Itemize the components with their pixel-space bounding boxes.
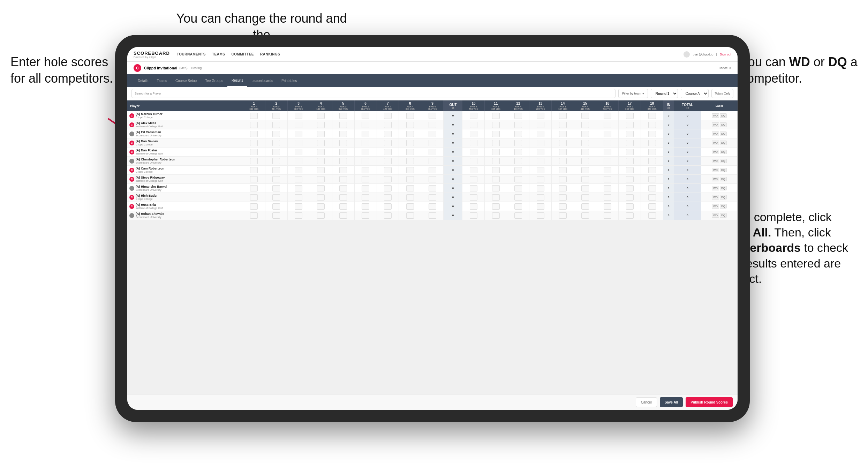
hole-4-input[interactable]: [317, 203, 325, 210]
hole-4-input-cell[interactable]: [310, 129, 332, 138]
hole-18-input-cell[interactable]: [641, 129, 663, 138]
hole-10-input-cell[interactable]: [462, 175, 485, 184]
hole-12-input[interactable]: [514, 158, 522, 164]
hole-8-input-cell[interactable]: [399, 129, 421, 138]
hole-2-input[interactable]: [272, 122, 280, 128]
wd-btn[interactable]: WD: [712, 150, 719, 154]
hole-13-input[interactable]: [537, 185, 544, 191]
hole-10-input-cell[interactable]: [462, 120, 485, 129]
hole-13-input-cell[interactable]: [529, 202, 552, 211]
hole-15-input-cell[interactable]: [574, 193, 596, 202]
hole-16-input-cell[interactable]: [596, 193, 619, 202]
hole-10-input-cell[interactable]: [462, 157, 485, 166]
hole-15-input-cell[interactable]: [574, 129, 596, 138]
hole-15-input[interactable]: [581, 158, 589, 164]
hole-10-input[interactable]: [470, 113, 477, 119]
dq-btn[interactable]: DQ: [720, 186, 727, 190]
hole-14-input[interactable]: [559, 203, 567, 210]
hole-11-input-cell[interactable]: [485, 166, 507, 175]
hole-14-input[interactable]: [559, 113, 567, 119]
hole-5-input-cell[interactable]: [332, 120, 354, 129]
hole-11-input-cell[interactable]: [485, 148, 507, 157]
hole-1-input-cell[interactable]: [243, 202, 265, 211]
hole-8-input-cell[interactable]: [399, 138, 421, 148]
hole-8-input-cell[interactable]: [399, 193, 421, 202]
hole-6-input[interactable]: [362, 176, 369, 182]
hole-3-input-cell[interactable]: [287, 111, 310, 120]
hole-9-input-cell[interactable]: [421, 148, 444, 157]
hole-17-input-cell[interactable]: [619, 202, 641, 211]
hole-14-input[interactable]: [559, 194, 567, 201]
tab-leaderboards[interactable]: Leaderboards: [247, 74, 277, 87]
hole-18-input-cell[interactable]: [641, 193, 663, 202]
hole-12-input-cell[interactable]: [507, 193, 529, 202]
hole-13-input[interactable]: [537, 113, 544, 119]
hole-11-input[interactable]: [492, 113, 500, 119]
hole-4-input-cell[interactable]: [310, 148, 332, 157]
hole-1-input-cell[interactable]: [243, 184, 265, 193]
hole-3-input-cell[interactable]: [287, 166, 310, 175]
hole-12-input[interactable]: [514, 131, 522, 137]
hole-2-input-cell[interactable]: [265, 193, 287, 202]
hole-15-input[interactable]: [581, 212, 589, 219]
hole-8-input-cell[interactable]: [399, 184, 421, 193]
hole-18-input[interactable]: [648, 149, 656, 155]
hole-10-input[interactable]: [470, 149, 477, 155]
hole-7-input-cell[interactable]: [377, 202, 399, 211]
hole-17-input[interactable]: [626, 185, 634, 191]
cancel-btn[interactable]: Cancel: [636, 397, 657, 407]
hole-9-input[interactable]: [429, 122, 436, 128]
hole-12-input[interactable]: [514, 122, 522, 128]
hole-15-input[interactable]: [581, 194, 589, 201]
hole-15-input[interactable]: [581, 176, 589, 182]
hole-15-input[interactable]: [581, 113, 589, 119]
hole-1-input-cell[interactable]: [243, 120, 265, 129]
hole-16-input[interactable]: [604, 167, 611, 173]
hole-8-input[interactable]: [406, 113, 414, 119]
hole-3-input-cell[interactable]: [287, 129, 310, 138]
hole-1-input[interactable]: [250, 131, 258, 137]
hole-6-input-cell[interactable]: [354, 211, 377, 220]
hole-16-input-cell[interactable]: [596, 138, 619, 148]
hole-1-input-cell[interactable]: [243, 193, 265, 202]
filter-team-btn[interactable]: Filter by team ▾: [618, 89, 648, 98]
hole-11-input-cell[interactable]: [485, 120, 507, 129]
hole-8-input-cell[interactable]: [399, 120, 421, 129]
hole-16-input-cell[interactable]: [596, 211, 619, 220]
hole-7-input-cell[interactable]: [377, 111, 399, 120]
hole-2-input-cell[interactable]: [265, 184, 287, 193]
hole-10-input-cell[interactable]: [462, 138, 485, 148]
hole-3-input-cell[interactable]: [287, 175, 310, 184]
hole-1-input-cell[interactable]: [243, 111, 265, 120]
hole-6-input-cell[interactable]: [354, 157, 377, 166]
hole-13-input-cell[interactable]: [529, 184, 552, 193]
hole-14-input-cell[interactable]: [552, 193, 574, 202]
hole-11-input-cell[interactable]: [485, 184, 507, 193]
hole-12-input-cell[interactable]: [507, 166, 529, 175]
hole-13-input[interactable]: [537, 122, 544, 128]
hole-6-input-cell[interactable]: [354, 202, 377, 211]
hole-11-input[interactable]: [492, 149, 500, 155]
hole-3-input[interactable]: [295, 158, 302, 164]
hole-7-input[interactable]: [384, 113, 392, 119]
hole-1-input[interactable]: [250, 185, 258, 191]
hole-18-input-cell[interactable]: [641, 184, 663, 193]
hole-3-input-cell[interactable]: [287, 120, 310, 129]
hole-6-input-cell[interactable]: [354, 193, 377, 202]
wd-btn[interactable]: WD: [712, 131, 719, 136]
hole-15-input-cell[interactable]: [574, 138, 596, 148]
hole-6-input-cell[interactable]: [354, 129, 377, 138]
hole-3-input-cell[interactable]: [287, 148, 310, 157]
hole-17-input-cell[interactable]: [619, 166, 641, 175]
hole-4-input-cell[interactable]: [310, 193, 332, 202]
hole-3-input[interactable]: [295, 167, 302, 173]
hole-4-input[interactable]: [317, 167, 325, 173]
hole-2-input[interactable]: [272, 194, 280, 201]
hole-5-input-cell[interactable]: [332, 111, 354, 120]
hole-3-input-cell[interactable]: [287, 138, 310, 148]
hole-4-input[interactable]: [317, 194, 325, 201]
hole-9-input-cell[interactable]: [421, 129, 444, 138]
hole-6-input[interactable]: [362, 203, 369, 210]
hole-17-input-cell[interactable]: [619, 148, 641, 157]
hole-1-input[interactable]: [250, 113, 258, 119]
